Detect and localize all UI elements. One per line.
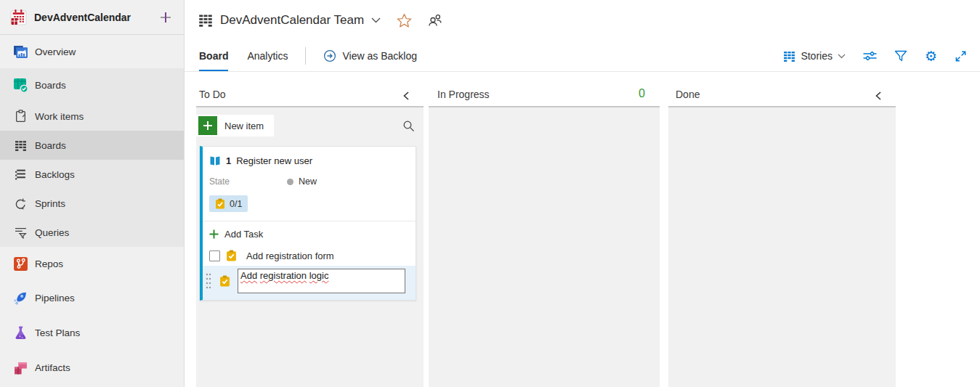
- team-board-icon: [198, 13, 213, 28]
- sidebar-item-test-plans[interactable]: Test Plans: [0, 315, 184, 350]
- state-value: New: [287, 176, 317, 187]
- column-in-progress-body: [429, 106, 660, 387]
- boards-hub-icon: [12, 78, 29, 93]
- task-title[interactable]: Add registration form: [246, 250, 334, 261]
- boards-hub-group: Boards Work items: [0, 68, 184, 247]
- card-title[interactable]: Register new user: [236, 155, 312, 166]
- boards-icon: [12, 139, 29, 152]
- add-task-plus-icon: [209, 229, 219, 239]
- add-task-button[interactable]: Add Task: [203, 221, 416, 246]
- team-title: DevAdventCalendar Team: [220, 13, 364, 28]
- board-picker-icon: [783, 50, 795, 62]
- sidebar-item-sprints[interactable]: Sprints: [0, 189, 184, 218]
- main-content: DevAdventCalendar Team Board: [185, 0, 980, 387]
- kanban-board: To Do New item: [185, 72, 980, 387]
- backlogs-icon: [12, 168, 29, 180]
- board-type-label: Stories: [801, 50, 833, 62]
- column-done: Done: [668, 72, 896, 387]
- sidebar-item-work-items[interactable]: Work items: [0, 102, 184, 131]
- column-todo-header: To Do: [196, 72, 424, 106]
- sidebar-item-artifacts[interactable]: Artifacts: [0, 350, 184, 385]
- task-edit-text: Add registration logic: [240, 270, 328, 281]
- sidebar-item-pipelines[interactable]: Pipelines: [0, 280, 184, 315]
- tab-board[interactable]: Board: [199, 41, 228, 71]
- board-toolbar: Stories: [783, 49, 980, 63]
- column-item-count: 0: [639, 87, 645, 100]
- settings-gear-icon[interactable]: ⚙: [925, 49, 937, 63]
- board-type-picker[interactable]: Stories: [783, 50, 846, 62]
- team-header: DevAdventCalendar Team: [185, 0, 980, 41]
- task-title-input[interactable]: Add registration logic: [238, 269, 405, 293]
- queries-icon: [12, 227, 29, 239]
- board-picker-chevron-icon: [838, 54, 846, 59]
- sidebar-item-overview[interactable]: Overview: [0, 35, 184, 68]
- artifacts-icon: [12, 360, 29, 375]
- favorite-star-icon[interactable]: [397, 13, 412, 28]
- plus-icon: [198, 116, 217, 135]
- column-todo-body: New item: [196, 106, 424, 387]
- collapse-column-icon[interactable]: [403, 91, 409, 100]
- tab-analytics[interactable]: Analytics: [247, 41, 288, 71]
- repos-icon: [12, 256, 29, 272]
- column-name: Done: [676, 89, 700, 100]
- collapse-column-icon[interactable]: [875, 91, 881, 100]
- search-icon[interactable]: [402, 120, 415, 132]
- card-state-row: State New: [203, 166, 416, 187]
- overview-icon: [12, 44, 29, 60]
- checklist-badge[interactable]: 0/1: [209, 195, 248, 212]
- work-items-icon: [12, 110, 29, 123]
- team-members-icon[interactable]: [428, 14, 442, 28]
- filter-icon[interactable]: [894, 50, 907, 62]
- view-as-backlog-button[interactable]: View as Backlog: [323, 49, 416, 62]
- sidebar: DevAdventCalendar: [0, 0, 185, 387]
- column-done-header: Done: [668, 72, 896, 106]
- column-todo: To Do New item: [196, 72, 424, 387]
- view-options-icon[interactable]: [863, 50, 877, 62]
- board-tabbar: Board Analytics View as Backlog: [185, 41, 980, 72]
- azure-devops-app: DevAdventCalendar: [0, 0, 980, 387]
- sidebar-nav: Overview Boards: [0, 35, 184, 387]
- task-row: Add registration form: [203, 246, 416, 266]
- state-dot-icon: [287, 179, 293, 185]
- column-done-body: [668, 106, 896, 387]
- sidebar-item-boards[interactable]: Boards: [0, 131, 184, 160]
- add-project-item-button[interactable]: [158, 9, 174, 25]
- test-plans-icon: [12, 325, 29, 341]
- card-id: 1: [226, 155, 231, 166]
- fullscreen-icon[interactable]: [955, 50, 967, 62]
- new-item-button[interactable]: New item: [196, 115, 274, 137]
- drag-handle-icon[interactable]: [204, 273, 213, 289]
- pipelines-icon: [12, 290, 29, 306]
- card-title-row: 1 Register new user: [203, 147, 416, 166]
- new-item-row: New item: [196, 115, 424, 137]
- sidebar-item-queries[interactable]: Queries: [0, 218, 184, 247]
- task-clipboard-icon: [226, 250, 237, 261]
- team-switcher-chevron-icon[interactable]: [371, 17, 381, 23]
- project-calendar-icon: [10, 9, 27, 25]
- tab-divider: [305, 47, 306, 65]
- work-item-card[interactable]: 1 Register new user State New: [200, 146, 416, 301]
- column-name: In Progress: [437, 89, 490, 100]
- task-clipboard-icon: [219, 275, 230, 287]
- column-in-progress: In Progress 0: [429, 72, 660, 387]
- project-header[interactable]: DevAdventCalendar: [0, 0, 184, 35]
- state-label: State: [209, 176, 230, 187]
- user-story-icon: [209, 155, 221, 166]
- task-checkbox[interactable]: [209, 250, 220, 261]
- task-clipboard-icon: [215, 198, 225, 209]
- column-in-progress-header: In Progress 0: [429, 72, 660, 106]
- task-edit-row: Add registration logic: [203, 266, 416, 300]
- sidebar-item-repos[interactable]: Repos: [0, 247, 184, 280]
- sidebar-item-backlogs[interactable]: Backlogs: [0, 160, 184, 189]
- checklist-count: 0/1: [230, 199, 242, 209]
- sprints-icon: [12, 197, 29, 210]
- circle-arrow-icon: [323, 49, 336, 62]
- column-name: To Do: [199, 89, 226, 100]
- sidebar-item-boards-hub[interactable]: Boards: [0, 68, 184, 102]
- project-name: DevAdventCalendar: [34, 12, 158, 23]
